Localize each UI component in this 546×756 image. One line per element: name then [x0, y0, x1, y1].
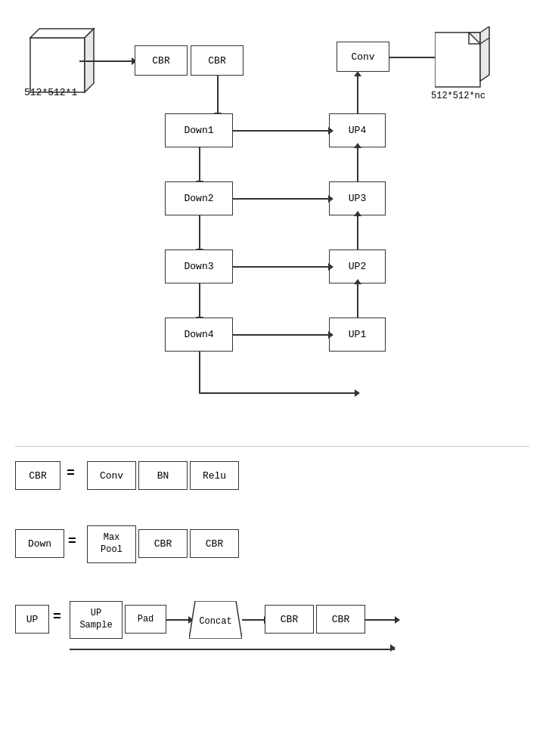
legend-down-cbr2: CBR [190, 529, 239, 558]
down-equals: = [68, 534, 76, 549]
legend-cbr-bn: BN [138, 461, 188, 490]
svg-rect-0 [30, 38, 85, 92]
arrow-cbr-to-down1 [217, 76, 219, 113]
diagram-container: 512*512*1 CBR CBR Down1 Down2 Down3 Down… [0, 0, 546, 756]
arrow-cube-to-cbr [79, 60, 132, 62]
skip-down1-up4 [233, 130, 329, 132]
arrow-down3-to-down4 [199, 284, 200, 318]
up-bottom-arrowhead [390, 644, 396, 652]
box-down2: Down2 [165, 181, 233, 215]
legend-down-maxpool: MaxPool [87, 525, 136, 563]
box-cbr2: CBR [191, 45, 244, 76]
legend-concat-shape: Concat [189, 601, 242, 639]
legend-cbr-label-box: CBR [15, 461, 60, 490]
legend-down-cbr1: CBR [138, 529, 188, 558]
arrow-up4-to-conv [357, 76, 358, 113]
legend-cbr-relu: Relu [190, 461, 239, 490]
box-down4: Down4 [165, 318, 233, 352]
legend-up-cbr1: CBR [265, 605, 314, 634]
legend-up-cbr2: CBR [316, 605, 365, 634]
output-page [435, 26, 510, 94]
arrow-conv-to-output [389, 57, 439, 58]
box-up1: UP1 [329, 318, 386, 352]
arrow-bottom-to-up1 [199, 392, 355, 394]
arrow-down2-to-down3 [199, 215, 200, 249]
skip-down2-up3 [233, 198, 329, 200]
box-down3: Down3 [165, 249, 233, 284]
up-equals: = [53, 609, 61, 624]
box-cbr1: CBR [135, 45, 188, 76]
arrow-down1-to-down2 [199, 147, 200, 181]
legend-cbr-conv: Conv [87, 461, 136, 490]
arrow-up1-to-up2 [357, 284, 358, 318]
arrow-pad-to-concat [166, 619, 189, 621]
legend-up-label-box: UP [15, 605, 49, 634]
arrow-down4-bottom [199, 352, 200, 393]
box-down1: Down1 [165, 113, 233, 147]
output-size-label: 512*512*nc [431, 91, 486, 101]
svg-marker-1 [30, 29, 94, 38]
arrow-up2-to-up3 [357, 215, 358, 249]
skip-down3-up2 [233, 266, 329, 268]
skip-down4-up1 [233, 334, 329, 336]
svg-rect-3 [435, 33, 480, 87]
arrow-concat-to-cbr [242, 619, 265, 621]
up-bottom-arrow [70, 649, 395, 650]
input-size-label: 512*512*1 [24, 87, 77, 98]
legend-up-upsample: UPSample [70, 601, 123, 639]
svg-text:Concat: Concat [199, 616, 231, 627]
divider-line [15, 446, 529, 447]
svg-marker-5 [480, 26, 489, 81]
cbr-equals: = [67, 466, 75, 481]
legend-up-pad: Pad [125, 605, 166, 634]
arrow-up3-to-up4 [357, 147, 358, 181]
arrow-end [365, 619, 396, 621]
box-conv: Conv [337, 42, 389, 72]
legend-down-label-box: Down [15, 529, 64, 558]
